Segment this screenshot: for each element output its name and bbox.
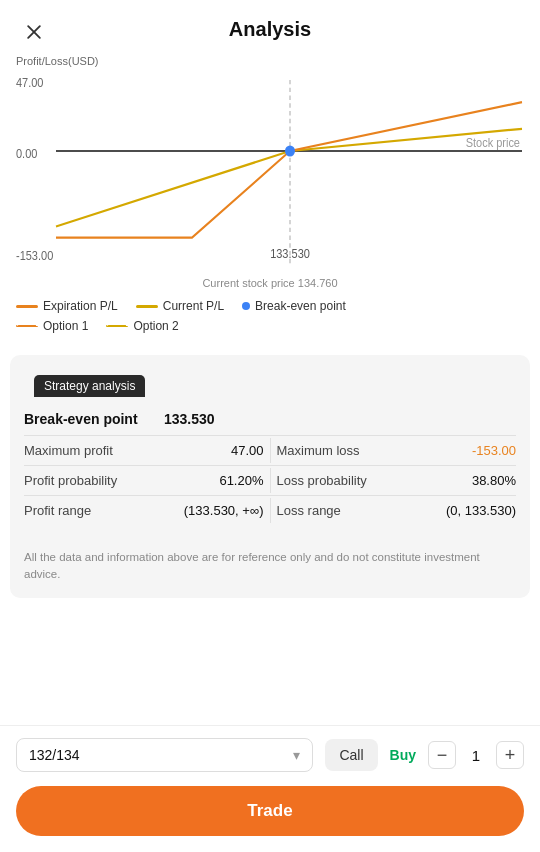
left-value-1: 61.20%	[219, 473, 263, 488]
right-col-2: Loss range (0, 133.530)	[277, 498, 517, 523]
bottom-controls: 132/134 ▾ Call Buy − 1 +	[0, 726, 540, 780]
legend: Expiration P/L Current P/L Break-even po…	[0, 289, 540, 345]
page-header: Analysis	[0, 0, 540, 51]
current-pl-label: Current P/L	[163, 299, 224, 313]
chart-area: Profit/Loss(USD) 47.00 0.00 -153.00 133.…	[0, 51, 540, 289]
svg-text:133.530: 133.530	[270, 246, 310, 260]
right-col-1: Loss probability 38.80%	[277, 468, 517, 493]
option1-icon	[16, 325, 38, 327]
divider-2	[24, 495, 516, 496]
current-pl-icon	[136, 305, 158, 308]
legend-expiration-pl: Expiration P/L	[16, 299, 118, 313]
left-col-1: Profit probability 61.20%	[24, 468, 264, 493]
quantity-increase-button[interactable]: +	[496, 741, 524, 769]
strategy-section: Strategy analysis Break-even point 133.5…	[10, 355, 530, 598]
legend-option1: Option 1	[16, 319, 88, 333]
legend-row-1: Expiration P/L Current P/L Break-even po…	[16, 299, 524, 313]
legend-row-2: Option 1 Option 2	[16, 319, 524, 333]
right-value-0: -153.00	[472, 443, 516, 458]
disclaimer: All the data and information above are f…	[10, 537, 530, 598]
data-row-0: Maximum profit 47.00 Maximum loss -153.0…	[24, 438, 516, 463]
chart-wrapper: 47.00 0.00 -153.00 133.530 Stock price	[12, 71, 528, 275]
quantity-decrease-button[interactable]: −	[428, 741, 456, 769]
divider-1	[24, 465, 516, 466]
divider	[24, 435, 516, 436]
call-badge: Call	[325, 739, 377, 771]
left-value-0: 47.00	[231, 443, 264, 458]
legend-breakeven: Break-even point	[242, 299, 346, 313]
svg-text:47.00: 47.00	[16, 75, 43, 89]
option2-label: Option 2	[133, 319, 178, 333]
breakeven-point-label: Break-even point	[24, 411, 164, 427]
svg-text:-153.00: -153.00	[16, 248, 53, 262]
breakeven-label: Break-even point	[255, 299, 346, 313]
quantity-controls: − 1 +	[428, 741, 524, 769]
left-label-0: Maximum profit	[24, 443, 113, 458]
trade-button[interactable]: Trade	[16, 786, 524, 836]
right-value-2: (0, 133.530)	[446, 503, 516, 518]
pair-selector[interactable]: 132/134 ▾	[16, 738, 313, 772]
breakeven-point-value: 133.530	[164, 411, 215, 427]
right-label-1: Loss probability	[277, 473, 367, 488]
pair-text: 132/134	[29, 747, 293, 763]
legend-current-pl: Current P/L	[136, 299, 224, 313]
chart-svg: 47.00 0.00 -153.00 133.530 Stock price	[12, 71, 528, 271]
data-row-2: Profit range (133.530, +∞) Loss range (0…	[24, 498, 516, 523]
page-title: Analysis	[229, 18, 311, 41]
breakeven-row: Break-even point 133.530	[24, 405, 516, 433]
option1-label: Option 1	[43, 319, 88, 333]
current-stock-price: Current stock price 134.760	[12, 277, 528, 289]
quantity-value: 1	[466, 747, 486, 764]
right-label-2: Loss range	[277, 503, 341, 518]
left-label-1: Profit probability	[24, 473, 117, 488]
data-row-1: Profit probability 61.20% Loss probabili…	[24, 468, 516, 493]
bottom-bar: 132/134 ▾ Call Buy − 1 + Trade	[0, 725, 540, 852]
left-value-2: (133.530, +∞)	[184, 503, 264, 518]
svg-point-9	[285, 145, 295, 156]
strategy-table: Break-even point 133.530 Maximum profit …	[10, 397, 530, 537]
right-label-0: Maximum loss	[277, 443, 360, 458]
expiration-pl-icon	[16, 305, 38, 308]
breakeven-dot-icon	[242, 302, 250, 310]
left-col-0: Maximum profit 47.00	[24, 438, 264, 463]
buy-badge: Buy	[390, 747, 416, 763]
y-axis-label: Profit/Loss(USD)	[12, 55, 528, 67]
left-label-2: Profit range	[24, 503, 91, 518]
chevron-down-icon: ▾	[293, 747, 300, 763]
left-col-2: Profit range (133.530, +∞)	[24, 498, 264, 523]
strategy-badge: Strategy analysis	[34, 375, 145, 397]
right-col-0: Maximum loss -153.00	[277, 438, 517, 463]
option2-icon	[106, 325, 128, 327]
svg-text:0.00: 0.00	[16, 146, 37, 160]
legend-option2: Option 2	[106, 319, 178, 333]
svg-text:Stock price: Stock price	[466, 135, 520, 149]
right-value-1: 38.80%	[472, 473, 516, 488]
close-button[interactable]	[20, 18, 48, 46]
expiration-pl-label: Expiration P/L	[43, 299, 118, 313]
